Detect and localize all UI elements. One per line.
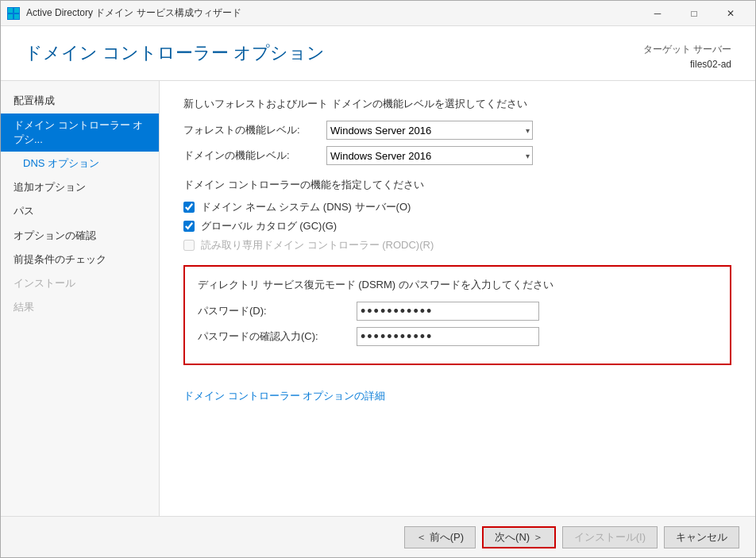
forest-section-title: 新しいフォレストおよびルート ドメインの機能レベルを選択してください	[183, 97, 731, 111]
dns-checkbox-label: ドメイン ネーム システム (DNS) サーバー(O)	[201, 200, 411, 214]
svg-rect-1	[14, 8, 19, 13]
gc-checkbox-row: グローバル カタログ (GC)(G)	[183, 219, 731, 233]
cancel-button[interactable]: キャンセル	[664, 526, 739, 548]
sidebar-item-additional[interactable]: 追加オプション	[1, 175, 159, 199]
main-content: 新しいフォレストおよびルート ドメインの機能レベルを選択してください フォレスト…	[160, 81, 755, 516]
footer: ＜ 前へ(P) 次へ(N) ＞ インストール(I) キャンセル	[1, 516, 755, 557]
confirm-label: パスワードの確認入力(C):	[198, 329, 357, 344]
rodc-checkbox-label: 読み取り専用ドメイン コントローラー (RODC)(R)	[201, 238, 434, 252]
dsrm-box: ディレクトリ サービス復元モード (DSRM) のパスワードを入力してください …	[183, 265, 731, 365]
forest-level-row: フォレストの機能レベル: Windows Server 2016 Windows…	[183, 121, 731, 140]
content-area: 配置構成 ドメイン コントローラー オプシ... DNS オプション 追加オプシ…	[1, 81, 755, 516]
forest-level-select-wrapper: Windows Server 2016 Windows Server 2012 …	[326, 121, 533, 140]
target-server-name: files02-ad	[643, 57, 731, 72]
rodc-checkbox-row: 読み取り専用ドメイン コントローラー (RODC)(R)	[183, 238, 731, 252]
install-button[interactable]: インストール(I)	[562, 526, 658, 548]
svg-rect-2	[8, 14, 13, 19]
sidebar-item-prerequisites[interactable]: 前提条件のチェック	[1, 248, 159, 271]
target-server-label: ターゲット サーバー	[643, 42, 731, 57]
dsrm-title: ディレクトリ サービス復元モード (DSRM) のパスワードを入力してください	[198, 278, 717, 292]
sidebar-item-deployment[interactable]: 配置構成	[1, 89, 159, 113]
confirm-row: パスワードの確認入力(C):	[198, 327, 717, 346]
password-row: パスワード(D):	[198, 302, 717, 321]
forest-level-select[interactable]: Windows Server 2016 Windows Server 2012 …	[326, 121, 533, 140]
password-label: パスワード(D):	[198, 304, 357, 318]
gc-checkbox[interactable]	[183, 221, 195, 232]
titlebar: Active Directory ドメイン サービス構成ウィザード ─ □ ✕	[1, 1, 755, 26]
dns-checkbox[interactable]	[183, 202, 195, 213]
confirm-input[interactable]	[357, 327, 539, 346]
app-icon	[7, 7, 20, 20]
maximize-button[interactable]: □	[676, 1, 712, 26]
help-link[interactable]: ドメイン コントローラー オプションの詳細	[183, 390, 385, 402]
sidebar-item-review[interactable]: オプションの確認	[1, 224, 159, 248]
link-area: ドメイン コントローラー オプションの詳細	[183, 389, 731, 403]
password-input[interactable]	[357, 302, 539, 321]
domain-level-select[interactable]: Windows Server 2016 Windows Server 2012 …	[326, 146, 533, 165]
sidebar-item-dns-options[interactable]: DNS オプション	[1, 152, 159, 175]
sidebar-item-results: 結果	[1, 295, 159, 319]
sidebar-item-paths[interactable]: パス	[1, 199, 159, 223]
svg-rect-0	[8, 8, 13, 13]
rodc-checkbox[interactable]	[183, 240, 195, 251]
window: Active Directory ドメイン サービス構成ウィザード ─ □ ✕ …	[0, 0, 756, 558]
sidebar-item-dc-options[interactable]: ドメイン コントローラー オプシ...	[1, 114, 159, 152]
domain-level-row: ドメインの機能レベル: Windows Server 2016 Windows …	[183, 146, 731, 165]
target-server-info: ターゲット サーバー files02-ad	[643, 42, 731, 72]
titlebar-title: Active Directory ドメイン サービス構成ウィザード	[26, 6, 639, 20]
domain-level-label: ドメインの機能レベル:	[183, 148, 326, 163]
back-button[interactable]: ＜ 前へ(P)	[404, 526, 476, 548]
svg-rect-3	[14, 14, 19, 19]
sidebar: 配置構成 ドメイン コントローラー オプシ... DNS オプション 追加オプシ…	[1, 81, 160, 516]
next-button[interactable]: 次へ(N) ＞	[482, 526, 556, 548]
page-title: ドメイン コントローラー オプション	[25, 42, 325, 65]
dc-section-title: ドメイン コントローラーの機能を指定してください	[183, 178, 731, 192]
close-button[interactable]: ✕	[712, 1, 749, 26]
domain-level-select-wrapper: Windows Server 2016 Windows Server 2012 …	[326, 146, 533, 165]
titlebar-controls: ─ □ ✕	[639, 1, 749, 26]
sidebar-item-install: インストール	[1, 271, 159, 295]
forest-level-label: フォレストの機能レベル:	[183, 123, 326, 137]
gc-checkbox-label: グローバル カタログ (GC)(G)	[201, 219, 337, 233]
header-area: ドメイン コントローラー オプション ターゲット サーバー files02-ad	[1, 26, 755, 81]
dns-checkbox-row: ドメイン ネーム システム (DNS) サーバー(O)	[183, 200, 731, 214]
minimize-button[interactable]: ─	[639, 1, 676, 26]
